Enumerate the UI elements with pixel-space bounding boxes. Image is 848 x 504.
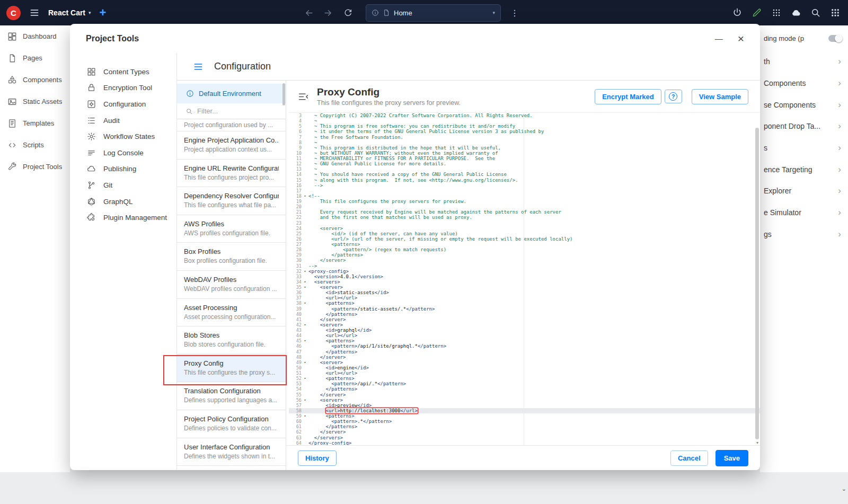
chevron-right-icon: › bbox=[838, 56, 841, 67]
cancel-button[interactable]: Cancel bbox=[670, 450, 708, 466]
config-file-item-dependency-resolver-configur[interactable]: Dependency Resolver Configur... This fil… bbox=[177, 187, 286, 215]
encrypt-marked-button[interactable]: Encrypt Marked bbox=[595, 89, 661, 104]
tools-nav-item-content-types[interactable]: Content Types bbox=[70, 64, 176, 80]
sidebar-item-scripts[interactable]: Scripts bbox=[0, 134, 70, 156]
config-menu-icon[interactable] bbox=[193, 61, 204, 72]
sidebar-item-dashboard[interactable]: Dashboard bbox=[0, 25, 70, 47]
preview-panel-item[interactable]: s› bbox=[760, 137, 848, 159]
mini-grid-icon[interactable] bbox=[771, 7, 782, 18]
forward-arrow-icon[interactable] bbox=[323, 8, 333, 18]
help-button[interactable]: ? bbox=[665, 90, 682, 103]
line-number: 62 bbox=[289, 429, 302, 435]
line-number: 44 bbox=[289, 333, 302, 338]
fold-marker-icon[interactable]: ▾ bbox=[302, 397, 308, 403]
fold-marker-icon[interactable]: ▾ bbox=[302, 279, 308, 285]
code-editor[interactable]: 3 ~ Copyright (C) 2007-2022 Crafter Soft… bbox=[289, 112, 760, 445]
code-line-36: 36 <id>static-assets</id> bbox=[289, 290, 760, 295]
edit-pencil-icon[interactable] bbox=[752, 7, 762, 18]
config-file-desc: This file configures project pro... bbox=[184, 174, 279, 181]
editing-mode-toggle[interactable] bbox=[828, 35, 843, 42]
sidebar-item-project-tools[interactable]: Project Tools bbox=[0, 156, 70, 178]
address-caret-down-icon[interactable]: ▾ bbox=[492, 10, 495, 15]
fold-marker-icon[interactable]: ▾ bbox=[302, 338, 308, 343]
dialog-header: Project Tools — × bbox=[70, 24, 760, 53]
preview-panel-item[interactable]: e Simulator› bbox=[760, 202, 848, 224]
fold-marker-icon[interactable]: ▾ bbox=[302, 193, 308, 199]
line-number: 27 bbox=[289, 242, 302, 247]
sidebar-item-components[interactable]: Components bbox=[0, 69, 70, 91]
tools-nav-item-git[interactable]: Git bbox=[70, 177, 176, 193]
config-file-item-engine-url-rewrite-configurat[interactable]: Engine URL Rewrite Configurat... This fi… bbox=[177, 160, 286, 188]
fold-marker-icon[interactable]: ▾ bbox=[302, 285, 308, 290]
fold-marker-icon[interactable]: ▾ bbox=[302, 300, 308, 306]
preview-panel-item[interactable]: Explorer› bbox=[760, 180, 848, 202]
list-scrollbar-thumb[interactable] bbox=[282, 83, 285, 105]
collapse-panel-icon[interactable] bbox=[298, 91, 309, 102]
preview-panel-item[interactable]: se Components› bbox=[760, 94, 848, 116]
scripts-icon bbox=[7, 140, 17, 150]
editor-scrollbar-thumb[interactable] bbox=[755, 128, 759, 439]
tools-nav-item-plugin-management[interactable]: Plugin Management bbox=[70, 209, 176, 226]
view-sample-button[interactable]: View Sample bbox=[692, 89, 748, 104]
preview-panel-item[interactable]: th› bbox=[760, 51, 848, 73]
save-button[interactable]: Save bbox=[716, 450, 748, 466]
fold-gutter bbox=[302, 312, 308, 317]
tools-nav-item-audit[interactable]: Audit bbox=[70, 112, 176, 129]
sidebar-item-static-assets[interactable]: Static Assets bbox=[0, 91, 70, 112]
history-button[interactable]: History bbox=[298, 450, 337, 466]
fold-marker-icon[interactable]: ▾ bbox=[302, 376, 308, 381]
grid4-icon bbox=[87, 67, 96, 76]
fold-gutter bbox=[302, 199, 308, 204]
new-content-button[interactable]: + bbox=[100, 7, 107, 19]
tools-nav-item-graphql[interactable]: GraphQL bbox=[70, 193, 176, 210]
crafter-logo[interactable]: C bbox=[6, 6, 21, 20]
config-file-item-proxy-config[interactable]: Proxy Config This file configures the pr… bbox=[177, 355, 286, 383]
global-menu-icon[interactable] bbox=[29, 7, 40, 18]
config-file-item-translation-configuration[interactable]: Translation Configuration Defines suppor… bbox=[177, 382, 286, 410]
reload-icon[interactable] bbox=[343, 8, 353, 18]
sidebar-item-pages[interactable]: Pages bbox=[0, 47, 70, 69]
config-file-item-user-interface-configuration[interactable]: User Interface Configuration Defines the… bbox=[177, 438, 286, 466]
config-file-item-engine-project-application-co[interactable]: Engine Project Application Co... Project… bbox=[177, 131, 286, 160]
filter-input[interactable] bbox=[197, 107, 277, 115]
tools-nav-item-configuration[interactable]: Configuration bbox=[70, 96, 176, 112]
config-file-item-box-profiles[interactable]: Box Profiles Box profiles configuration … bbox=[177, 243, 286, 271]
fold-marker-icon[interactable]: ▾ bbox=[302, 269, 308, 274]
kebab-menu-icon[interactable]: ⋮ bbox=[510, 8, 519, 18]
address-bar[interactable]: Home ▾ bbox=[366, 4, 501, 22]
line-number: 54 bbox=[289, 386, 302, 392]
page-scroll-down-icon[interactable]: ⌄ bbox=[842, 485, 846, 492]
tools-nav-item-log-console[interactable]: Log Console bbox=[70, 145, 176, 161]
editor-scroll-down-icon[interactable]: ▾ bbox=[756, 440, 758, 445]
config-file-item-asset-processing[interactable]: Asset Processing Asset processing config… bbox=[177, 299, 286, 327]
line-number: 12 bbox=[289, 161, 302, 166]
config-file-item-partial[interactable]: Project configuration used by ... bbox=[177, 119, 286, 131]
environment-banner[interactable]: Default Environment bbox=[177, 84, 286, 103]
preview-panel-item[interactable]: Components› bbox=[760, 73, 848, 94]
tools-nav-item-publishing[interactable]: Publishing bbox=[70, 161, 176, 178]
preview-panel-item[interactable]: ponent Drop Ta...› bbox=[760, 116, 848, 137]
sidebar-item-templates[interactable]: Templates bbox=[0, 112, 70, 134]
config-file-item-blob-stores[interactable]: Blob Stores Blob stores configuration fi… bbox=[177, 326, 286, 355]
code-line-10: 10 ~ but WITHOUT ANY WARRANTY; without e… bbox=[289, 151, 760, 156]
apps-grid-icon[interactable] bbox=[830, 7, 841, 18]
fold-gutter bbox=[302, 317, 308, 322]
config-file-item-aws-profiles[interactable]: AWS Profiles AWS profiles configuration … bbox=[177, 215, 286, 243]
fold-marker-icon[interactable]: ▾ bbox=[302, 413, 308, 419]
tools-nav-item-encryption-tool[interactable]: Encryption Tool bbox=[70, 80, 176, 96]
preview-panel-item[interactable]: ence Targeting› bbox=[760, 158, 848, 180]
fold-marker-icon[interactable]: ▾ bbox=[302, 322, 308, 328]
project-selector[interactable]: React Cart ▾ bbox=[48, 8, 91, 17]
back-arrow-icon[interactable] bbox=[304, 8, 314, 18]
fold-marker-icon[interactable]: ▾ bbox=[302, 360, 308, 365]
tools-nav-item-workflow-states[interactable]: Workflow States bbox=[70, 128, 176, 145]
power-icon[interactable] bbox=[732, 7, 743, 18]
close-button[interactable]: × bbox=[738, 32, 744, 45]
publish-cloud-icon[interactable] bbox=[791, 7, 801, 18]
search-icon[interactable] bbox=[810, 7, 821, 18]
minimize-button[interactable]: — bbox=[715, 34, 723, 43]
config-file-item-webdav-profiles[interactable]: WebDAV Profiles WebDAV profiles configur… bbox=[177, 271, 286, 299]
config-file-item-project-policy-configuration[interactable]: Project Policy Configuration Defines pol… bbox=[177, 410, 286, 438]
config-file-desc: Box profiles configuration file. bbox=[184, 257, 279, 264]
preview-panel-item[interactable]: gs› bbox=[760, 224, 848, 245]
